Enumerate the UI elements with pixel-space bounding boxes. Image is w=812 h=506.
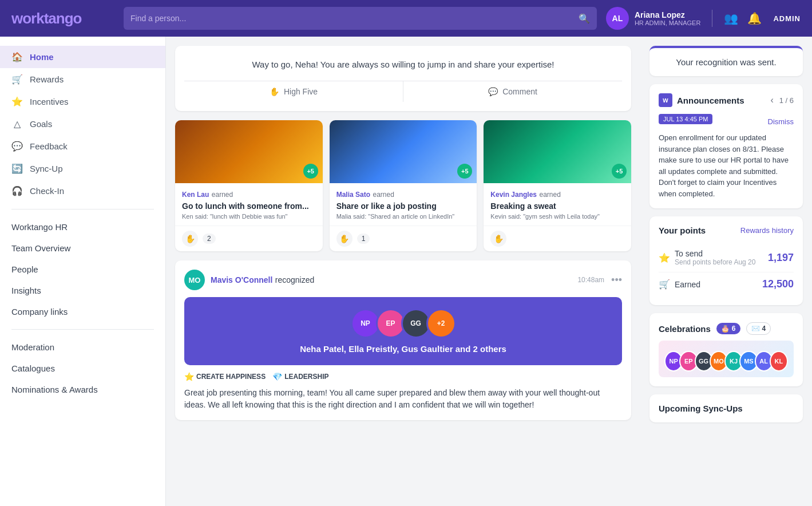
activity-card-2-user[interactable]: Malia Sato (336, 191, 370, 199)
avatar: AL (606, 7, 629, 30)
activity-card-3-user[interactable]: Kevin Jangles (490, 191, 537, 199)
announcements-nav: ‹ 1 / 6 (768, 95, 794, 105)
header-icons: 👥 🔔 (724, 11, 762, 25)
sidebar-item-goals-label: Goals (30, 119, 52, 129)
activity-card-3-highfive-btn[interactable]: ✋ (490, 231, 506, 247)
user-details: Ariana Lopez HR ADMIN, MANAGER (635, 10, 701, 26)
upcoming-header: Upcoming Sync-Ups (659, 404, 794, 413)
celebrations-header: Celebrations 🎂 6 ✉️ 4 (659, 322, 794, 335)
points-to-send-row: ⭐ To send Send points before Aug 20 1,19… (659, 243, 794, 272)
home-icon: 🏠 (11, 52, 23, 62)
rewards-history-link[interactable]: Rewards history (740, 226, 794, 235)
activity-cards-row: +5 Ken Lau earned Go to lunch with someo… (175, 120, 631, 251)
points-panel: Your points Rewards history ⭐ To send Se… (649, 216, 803, 305)
activity-card-2-desc: Malia said: "Shared an article on Linked… (336, 213, 470, 220)
activity-card-1-user[interactable]: Ken Lau (182, 191, 209, 199)
syncup-icon: 🔄 (11, 163, 23, 174)
high-five-icon: ✋ (270, 87, 279, 96)
sidebar-divider-2 (11, 329, 154, 330)
activity-card-1-highfive-btn[interactable]: ✋ (182, 231, 198, 247)
user-info: AL Ariana Lopez HR ADMIN, MANAGER (606, 7, 701, 30)
activity-card-2-body: Malia Sato earned Share or like a job po… (330, 183, 477, 226)
points-to-send-label-row: ⭐ To send Send points before Aug 20 (659, 249, 755, 266)
nav-items: 🏠 Home 🛒 Rewards ⭐ Incentives △ Goals 💬 … (0, 46, 165, 202)
sidebar-item-insights[interactable]: Insights (0, 280, 165, 301)
sidebar-item-incentives-label: Incentives (30, 97, 69, 106)
ann-dismiss-button[interactable]: Dismiss (768, 117, 794, 126)
activity-card-3-badge: +5 (612, 164, 627, 179)
sidebar-item-checkin[interactable]: 🎧 Check-In (0, 180, 165, 202)
sidebar-item-people[interactable]: People (0, 259, 165, 280)
header: worktango 🔍 AL Ariana Lopez HR ADMIN, MA… (0, 0, 812, 37)
activity-card-2-action: earned (373, 191, 394, 199)
wt-icon: w (659, 93, 672, 107)
activity-card-2: +5 Malia Sato earned Share or like a job… (330, 120, 477, 251)
sidebar-item-incentives[interactable]: ⭐ Incentives (0, 90, 165, 113)
activity-card-1-body: Ken Lau earned Go to lunch with someone … (175, 183, 323, 226)
bell-icon[interactable]: 🔔 (747, 11, 762, 25)
sidebar-item-company-links[interactable]: Company links (0, 301, 165, 322)
announcements-card: w Announcements ‹ 1 / 6 JUL 13 4:45 PM D… (649, 84, 803, 208)
post-tags: ⭐ CREATE HAPPINESS 💎 LEADERSHIP (184, 372, 622, 381)
cart-icon: 🛒 (659, 279, 670, 290)
activity-card-2-footer: ✋ 1 (330, 226, 477, 251)
sidebar-item-goals[interactable]: △ Goals (0, 113, 165, 135)
post-menu-icon[interactable]: ••• (611, 274, 622, 286)
goals-icon: △ (11, 118, 23, 129)
points-title: Your points (659, 226, 706, 235)
points-earned-row: 🛒 Earned 12,500 (659, 272, 794, 296)
high-five-button[interactable]: ✋ High Five (184, 81, 403, 102)
sidebar-item-feedback[interactable]: 💬 Feedback (0, 135, 165, 157)
logo: worktango (11, 10, 114, 27)
sidebar-item-rewards[interactable]: 🛒 Rewards (0, 68, 165, 90)
post-header: MO Mavis O'Connell recognized 10:48am ••… (184, 270, 622, 290)
post-author[interactable]: Mavis O'Connell (211, 275, 272, 284)
recognition-banner-inner: NP EP GG +2 Neha Patel, Ella Preistly, G… (184, 297, 622, 365)
ann-prev-button[interactable]: ‹ (768, 95, 775, 105)
upcoming-title: Upcoming Sync-Ups (659, 404, 743, 413)
admin-label: ADMIN (773, 14, 801, 23)
user-name: Ariana Lopez (635, 10, 701, 19)
activity-card-1-image: +5 (175, 120, 323, 183)
tag-leadership: 💎 LEADERSHIP (272, 372, 328, 381)
sidebar-item-home[interactable]: 🏠 Home (0, 46, 165, 68)
checkin-icon: 🎧 (11, 185, 23, 196)
activity-card-1: +5 Ken Lau earned Go to lunch with someo… (175, 120, 323, 251)
sidebar-item-worktango-hr[interactable]: Worktango HR (0, 216, 165, 238)
post-author-info: Mavis O'Connell recognized (211, 275, 314, 285)
people-icon[interactable]: 👥 (724, 11, 738, 25)
ann-pagination: 1 / 6 (779, 96, 794, 105)
points-earned-label-row: 🛒 Earned (659, 279, 700, 290)
search-input[interactable] (130, 14, 574, 23)
search-icon: 🔍 (579, 13, 590, 24)
sidebar-item-moderation[interactable]: Moderation (0, 337, 165, 358)
header-divider (712, 10, 712, 27)
comment-button[interactable]: 💬 Comment (403, 81, 622, 102)
upcoming-syncups-panel: Upcoming Sync-Ups (649, 394, 803, 422)
activity-card-2-highfive-btn[interactable]: ✋ (336, 231, 352, 247)
sidebar-item-team-overview[interactable]: Team Overview (0, 238, 165, 259)
birthday-icon: 🎂 (721, 325, 730, 333)
search-bar[interactable]: 🔍 (124, 7, 597, 30)
sidebar-item-syncup[interactable]: 🔄 Sync-Up (0, 157, 165, 180)
points-to-send-label: To send (675, 249, 755, 258)
activity-card-2-user-row: Malia Sato earned (336, 189, 470, 199)
sidebar-item-catalogues[interactable]: Catalogues (0, 358, 165, 379)
main-layout: 🏠 Home 🛒 Rewards ⭐ Incentives △ Goals 💬 … (0, 37, 812, 506)
announcements-title: Announcements (677, 96, 744, 105)
post-time: 10:48am (577, 276, 604, 284)
activity-card-3-user-row: Kevin Jangles earned (490, 189, 624, 199)
tag-create-happiness: ⭐ CREATE HAPPINESS (184, 372, 266, 381)
sidebar-item-nominations-awards[interactable]: Nominations & Awards (0, 379, 165, 400)
celebrations-badge-count[interactable]: 🎂 6 (716, 323, 740, 334)
activity-card-2-image: +5 (330, 120, 477, 183)
celebrations-message-count[interactable]: ✉️ 4 (746, 322, 771, 335)
celebrations-count: 6 (732, 325, 736, 333)
points-to-send-info: To send Send points before Aug 20 (675, 249, 755, 266)
recognition-sent-card: Your recognition was sent. (649, 46, 803, 76)
recognition-text: Way to go, Neha! You are always so willi… (184, 55, 622, 74)
tag-leadership-label: LEADERSHIP (284, 373, 328, 381)
activity-card-1-footer: ✋ 2 (175, 226, 323, 251)
header-right: AL Ariana Lopez HR ADMIN, MANAGER 👥 🔔 AD… (606, 7, 801, 30)
points-earned-value: 12,500 (762, 278, 794, 290)
